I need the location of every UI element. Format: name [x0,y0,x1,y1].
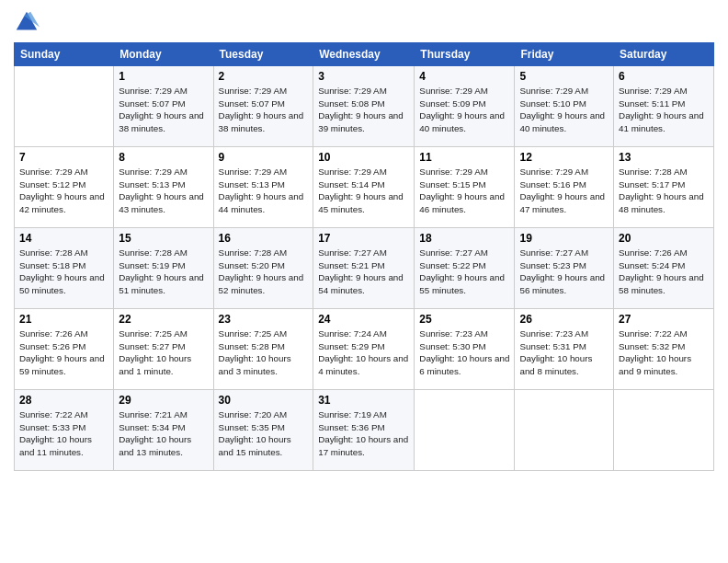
day-info: Sunrise: 7:28 AMSunset: 5:17 PMDaylight:… [619,166,709,216]
day-number: 27 [619,313,709,326]
day-info: Sunrise: 7:20 AMSunset: 5:35 PMDaylight:… [219,408,309,459]
calendar-week-5: 28 Sunrise: 7:22 AMSunset: 5:33 PMDaylig… [15,390,714,471]
calendar-cell: 10 Sunrise: 7:29 AMSunset: 5:14 PMDaylig… [313,147,415,228]
day-info: Sunrise: 7:29 AMSunset: 5:07 PMDaylight:… [219,85,309,135]
day-number: 12 [519,151,609,164]
calendar-cell: 4 Sunrise: 7:29 AMSunset: 5:09 PMDayligh… [415,66,515,147]
day-info: Sunrise: 7:26 AMSunset: 5:26 PMDaylight:… [19,327,108,378]
calendar-container: SundayMondayTuesdayWednesdayThursdayFrid… [0,0,728,480]
day-number: 23 [219,313,309,326]
day-header-wednesday: Wednesday [313,43,415,66]
day-info: Sunrise: 7:29 AMSunset: 5:13 PMDaylight:… [219,166,309,216]
day-info: Sunrise: 7:25 AMSunset: 5:28 PMDaylight:… [219,327,309,378]
day-info: Sunrise: 7:29 AMSunset: 5:07 PMDaylight:… [119,85,208,135]
day-header-saturday: Saturday [614,43,714,66]
calendar-table: SundayMondayTuesdayWednesdayThursdayFrid… [14,42,714,471]
day-number: 10 [318,151,409,164]
day-number: 30 [219,394,309,407]
day-number: 7 [19,151,108,164]
day-info: Sunrise: 7:29 AMSunset: 5:10 PMDaylight:… [519,85,609,135]
calendar-cell: 17 Sunrise: 7:27 AMSunset: 5:21 PMDaylig… [313,228,415,309]
day-info: Sunrise: 7:25 AMSunset: 5:27 PMDaylight:… [119,327,208,378]
calendar-cell [614,390,714,471]
calendar-cell: 22 Sunrise: 7:25 AMSunset: 5:27 PMDaylig… [114,309,213,390]
day-number: 4 [419,70,509,83]
day-number: 24 [318,313,409,326]
day-number: 5 [519,70,609,83]
day-number: 15 [119,232,208,245]
calendar-header [14,9,714,35]
day-info: Sunrise: 7:26 AMSunset: 5:24 PMDaylight:… [619,247,709,297]
calendar-cell: 29 Sunrise: 7:21 AMSunset: 5:34 PMDaylig… [114,390,213,471]
day-number: 19 [519,232,609,245]
day-info: Sunrise: 7:28 AMSunset: 5:20 PMDaylight:… [219,247,309,297]
calendar-cell: 26 Sunrise: 7:23 AMSunset: 5:31 PMDaylig… [515,309,614,390]
calendar-cell: 8 Sunrise: 7:29 AMSunset: 5:13 PMDayligh… [114,147,213,228]
day-header-friday: Friday [515,43,614,66]
day-info: Sunrise: 7:21 AMSunset: 5:34 PMDaylight:… [119,408,208,459]
calendar-cell: 15 Sunrise: 7:28 AMSunset: 5:19 PMDaylig… [114,228,213,309]
calendar-cell [515,390,614,471]
day-info: Sunrise: 7:19 AMSunset: 5:36 PMDaylight:… [318,408,409,459]
day-number: 2 [219,70,309,83]
calendar-week-3: 14 Sunrise: 7:28 AMSunset: 5:18 PMDaylig… [15,228,714,309]
day-header-thursday: Thursday [415,43,515,66]
calendar-cell: 23 Sunrise: 7:25 AMSunset: 5:28 PMDaylig… [213,309,313,390]
calendar-cell: 20 Sunrise: 7:26 AMSunset: 5:24 PMDaylig… [614,228,714,309]
day-header-sunday: Sunday [15,43,114,66]
day-number: 22 [119,313,208,326]
day-info: Sunrise: 7:29 AMSunset: 5:15 PMDaylight:… [419,166,509,216]
day-number: 21 [19,313,108,326]
day-number: 6 [619,70,709,83]
calendar-cell: 14 Sunrise: 7:28 AMSunset: 5:18 PMDaylig… [15,228,114,309]
calendar-cell: 13 Sunrise: 7:28 AMSunset: 5:17 PMDaylig… [614,147,714,228]
day-info: Sunrise: 7:23 AMSunset: 5:31 PMDaylight:… [519,327,609,378]
day-info: Sunrise: 7:22 AMSunset: 5:33 PMDaylight:… [19,408,108,459]
day-info: Sunrise: 7:27 AMSunset: 5:22 PMDaylight:… [419,247,509,297]
calendar-cell: 7 Sunrise: 7:29 AMSunset: 5:12 PMDayligh… [15,147,114,228]
calendar-cell: 30 Sunrise: 7:20 AMSunset: 5:35 PMDaylig… [213,390,313,471]
day-info: Sunrise: 7:27 AMSunset: 5:21 PMDaylight:… [318,247,409,297]
day-info: Sunrise: 7:22 AMSunset: 5:32 PMDaylight:… [619,327,709,378]
calendar-cell: 31 Sunrise: 7:19 AMSunset: 5:36 PMDaylig… [313,390,415,471]
day-info: Sunrise: 7:28 AMSunset: 5:18 PMDaylight:… [19,247,108,297]
calendar-cell: 5 Sunrise: 7:29 AMSunset: 5:10 PMDayligh… [515,66,614,147]
calendar-cell [415,390,515,471]
calendar-week-1: 1 Sunrise: 7:29 AMSunset: 5:07 PMDayligh… [15,66,714,147]
day-number: 8 [119,151,208,164]
calendar-header-row: SundayMondayTuesdayWednesdayThursdayFrid… [15,43,714,66]
calendar-cell [15,66,114,147]
calendar-cell: 24 Sunrise: 7:24 AMSunset: 5:29 PMDaylig… [313,309,415,390]
logo [14,9,41,35]
calendar-cell: 12 Sunrise: 7:29 AMSunset: 5:16 PMDaylig… [515,147,614,228]
day-info: Sunrise: 7:29 AMSunset: 5:16 PMDaylight:… [519,166,609,216]
day-number: 25 [419,313,509,326]
day-number: 11 [419,151,509,164]
calendar-cell: 18 Sunrise: 7:27 AMSunset: 5:22 PMDaylig… [415,228,515,309]
calendar-cell: 19 Sunrise: 7:27 AMSunset: 5:23 PMDaylig… [515,228,614,309]
calendar-week-2: 7 Sunrise: 7:29 AMSunset: 5:12 PMDayligh… [15,147,714,228]
calendar-cell: 16 Sunrise: 7:28 AMSunset: 5:20 PMDaylig… [213,228,313,309]
day-info: Sunrise: 7:29 AMSunset: 5:12 PMDaylight:… [19,166,108,216]
day-number: 1 [119,70,208,83]
day-number: 16 [219,232,309,245]
calendar-cell: 2 Sunrise: 7:29 AMSunset: 5:07 PMDayligh… [213,66,313,147]
day-info: Sunrise: 7:23 AMSunset: 5:30 PMDaylight:… [419,327,509,378]
day-number: 31 [318,394,409,407]
day-info: Sunrise: 7:29 AMSunset: 5:14 PMDaylight:… [318,166,409,216]
calendar-cell: 9 Sunrise: 7:29 AMSunset: 5:13 PMDayligh… [213,147,313,228]
logo-icon [14,9,40,35]
day-number: 18 [419,232,509,245]
day-number: 13 [619,151,709,164]
day-info: Sunrise: 7:28 AMSunset: 5:19 PMDaylight:… [119,247,208,297]
day-number: 29 [119,394,208,407]
day-header-tuesday: Tuesday [213,43,313,66]
day-info: Sunrise: 7:29 AMSunset: 5:08 PMDaylight:… [318,85,409,135]
day-info: Sunrise: 7:29 AMSunset: 5:13 PMDaylight:… [119,166,208,216]
calendar-cell: 6 Sunrise: 7:29 AMSunset: 5:11 PMDayligh… [614,66,714,147]
day-number: 20 [619,232,709,245]
calendar-week-4: 21 Sunrise: 7:26 AMSunset: 5:26 PMDaylig… [15,309,714,390]
day-info: Sunrise: 7:29 AMSunset: 5:09 PMDaylight:… [419,85,509,135]
day-number: 3 [318,70,409,83]
day-number: 17 [318,232,409,245]
